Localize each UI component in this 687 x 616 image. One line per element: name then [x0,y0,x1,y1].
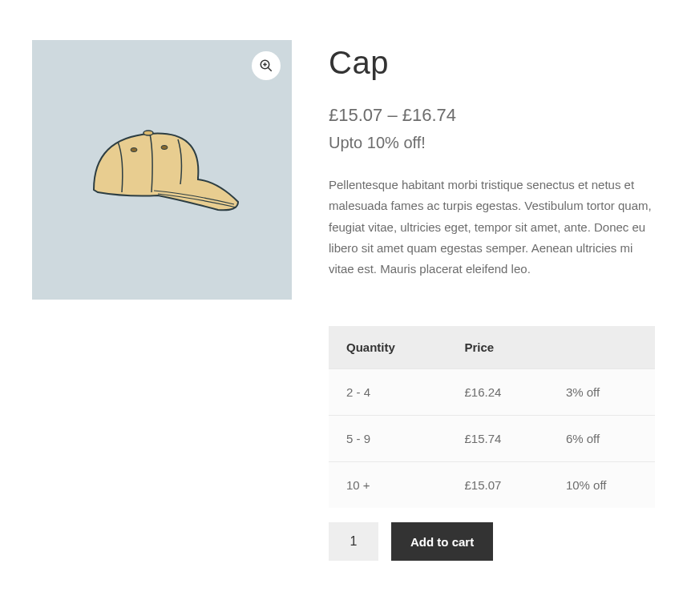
col-header-discount [548,326,655,369]
cell-discount: 6% off [548,416,655,462]
svg-point-4 [131,148,137,152]
cell-qty: 5 - 9 [329,416,447,462]
product-image[interactable] [32,40,292,300]
product-description: Pellentesque habitant morbi tristique se… [329,175,655,280]
table-row: 10 + £15.07 10% off [329,462,655,509]
col-header-quantity: Quantity [329,326,447,369]
pricing-table: Quantity Price 2 - 4 £16.24 3% off 5 - 9… [329,326,655,508]
cell-qty: 2 - 4 [329,369,447,416]
svg-line-1 [268,67,272,71]
price-separator: – [382,105,402,125]
add-to-cart-row: Add to cart [329,522,655,561]
price-range: £15.07 – £16.74 [329,105,655,126]
table-row: 2 - 4 £16.24 3% off [329,369,655,416]
cell-qty: 10 + [329,462,447,509]
cell-price: £16.24 [447,369,548,416]
svg-point-5 [161,146,168,150]
cell-price: £15.74 [447,416,548,462]
product-illustration [78,114,246,226]
price-low: £15.07 [329,105,382,125]
discount-headline: Upto 10% off! [329,134,655,152]
table-row: 5 - 9 £15.74 6% off [329,416,655,462]
add-to-cart-button[interactable]: Add to cart [391,522,493,561]
cell-price: £15.07 [447,462,548,509]
col-header-price: Price [447,326,548,369]
svg-point-6 [143,131,153,135]
cell-discount: 10% off [548,462,655,509]
cell-discount: 3% off [548,369,655,416]
zoom-in-icon[interactable] [252,51,281,80]
price-high: £16.74 [402,105,456,125]
product-title: Cap [329,45,655,81]
quantity-input[interactable] [329,522,378,561]
